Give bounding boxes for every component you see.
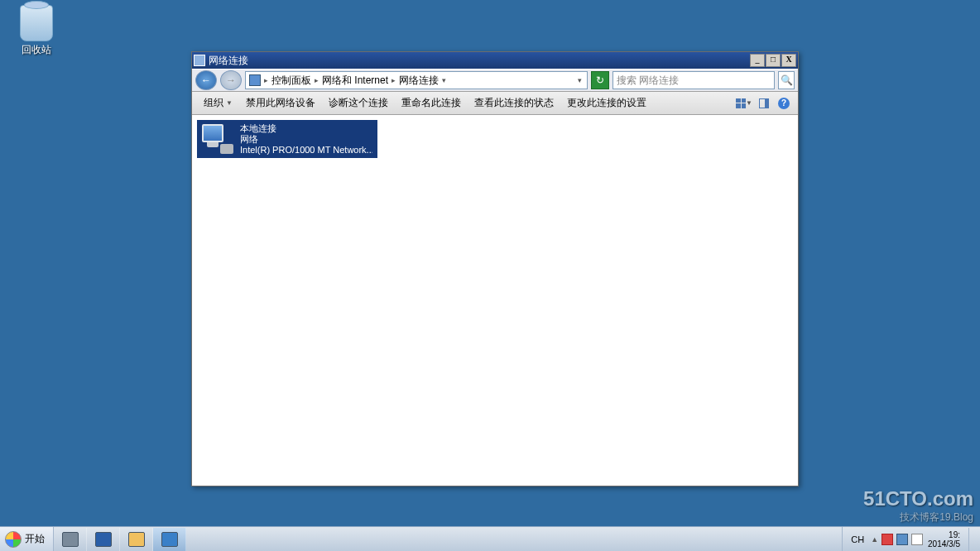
network-connections-window: 网络连接 _ □ X ← → ▸ 控制面板 ▸ 网络和 Internet ▸ 网… [191, 51, 799, 486]
recycle-bin-icon [20, 5, 53, 41]
network-icon [161, 532, 178, 547]
chevron-icon: ▾ [440, 76, 448, 84]
close-button[interactable]: X [781, 54, 796, 67]
refresh-icon: ↻ [596, 74, 604, 86]
taskbar-server-manager[interactable] [54, 528, 87, 551]
recycle-bin[interactable]: 回收站 [12, 5, 61, 57]
chevron-down-icon: ▼ [226, 99, 233, 107]
window-icon [194, 55, 205, 66]
windows-logo-icon [5, 531, 22, 548]
clock-date: 2014/3/5 [928, 539, 960, 549]
watermark-line2: 技术博客19.Blog [863, 510, 973, 525]
back-button[interactable]: ← [195, 70, 217, 90]
toolbar: 组织▼ 禁用此网络设备 诊断这个连接 重命名此连接 查看此连接的状态 更改此连接… [192, 92, 798, 115]
help-button[interactable]: ? [775, 94, 793, 113]
clock[interactable]: 19: 2014/3/5 [926, 530, 962, 549]
breadcrumb-part[interactable]: 网络和 Internet [322, 74, 388, 88]
help-icon: ? [778, 98, 790, 109]
clock-time: 19: [928, 530, 960, 539]
arrow-right-icon: → [226, 74, 236, 86]
chevron-down-icon: ▼ [746, 99, 752, 107]
search-icon: 🔍 [781, 74, 793, 86]
breadcrumb-part[interactable]: 控制面板 [271, 74, 311, 88]
taskbar: 开始 CH ▲ 19: 2014/3/5 [0, 526, 980, 551]
chevron-icon: ▸ [262, 76, 270, 84]
preview-pane-button[interactable] [755, 94, 773, 113]
powershell-icon [95, 532, 112, 547]
system-tray: CH ▲ 19: 2014/3/5 [842, 527, 980, 551]
breadcrumb-part[interactable]: 网络连接 [399, 74, 439, 88]
navbar: ← → ▸ 控制面板 ▸ 网络和 Internet ▸ 网络连接 ▾ ▾ ↻ 🔍 [192, 69, 798, 92]
connection-name: 本地连接 [240, 123, 372, 134]
organize-button[interactable]: 组织▼ [197, 94, 239, 112]
maximize-button[interactable]: □ [766, 54, 781, 67]
titlebar[interactable]: 网络连接 _ □ X [192, 52, 798, 69]
chevron-icon: ▸ [313, 76, 320, 84]
language-indicator[interactable]: CH [848, 534, 867, 544]
disable-device-button[interactable]: 禁用此网络设备 [239, 94, 322, 112]
minimize-button[interactable]: _ [750, 54, 765, 67]
pane-icon [759, 98, 769, 108]
show-desktop-button[interactable] [968, 528, 975, 551]
rename-button[interactable]: 重命名此连接 [395, 94, 468, 112]
taskbar-powershell[interactable] [87, 528, 120, 551]
folder-icon [128, 532, 145, 547]
chevron-icon: ▸ [390, 76, 397, 84]
local-connection-item[interactable]: 本地连接 网络 Intel(R) PRO/1000 MT Network... [197, 120, 377, 158]
content-area[interactable]: 本地连接 网络 Intel(R) PRO/1000 MT Network... [192, 115, 798, 486]
view-status-button[interactable]: 查看此连接的状态 [468, 94, 560, 112]
connection-adapter: Intel(R) PRO/1000 MT Network... [240, 145, 372, 156]
search-box[interactable] [612, 71, 775, 89]
change-settings-button[interactable]: 更改此连接的设置 [560, 94, 653, 112]
server-icon [62, 532, 79, 547]
diagnose-button[interactable]: 诊断这个连接 [322, 94, 395, 112]
watermark: 51CTO.com 技术博客19.Blog [863, 487, 973, 525]
connection-status: 网络 [240, 134, 372, 145]
search-button[interactable]: 🔍 [778, 71, 795, 89]
network-adapter-icon [202, 124, 233, 154]
address-bar[interactable]: ▸ 控制面板 ▸ 网络和 Internet ▸ 网络连接 ▾ ▾ [245, 71, 588, 89]
forward-button[interactable]: → [220, 70, 242, 90]
arrow-left-icon: ← [201, 74, 211, 86]
refresh-button[interactable]: ↻ [591, 71, 609, 89]
taskbar-explorer[interactable] [120, 528, 153, 551]
start-label: 开始 [25, 532, 45, 546]
tiles-icon [736, 98, 746, 108]
tray-expand-icon[interactable]: ▲ [871, 535, 878, 544]
window-title: 网络连接 [209, 54, 750, 68]
sound-icon[interactable] [911, 534, 923, 545]
start-button[interactable]: 开始 [0, 527, 54, 552]
taskbar-network-connections[interactable] [153, 528, 186, 551]
action-center-icon[interactable] [882, 534, 893, 545]
dropdown-icon[interactable]: ▾ [576, 76, 584, 84]
network-tray-icon[interactable] [896, 534, 908, 545]
view-tiles-button[interactable]: ▼ [735, 94, 753, 113]
control-panel-icon [249, 74, 261, 86]
search-input[interactable] [617, 74, 771, 86]
recycle-bin-label: 回收站 [12, 43, 61, 57]
watermark-line1: 51CTO.com [863, 487, 973, 510]
